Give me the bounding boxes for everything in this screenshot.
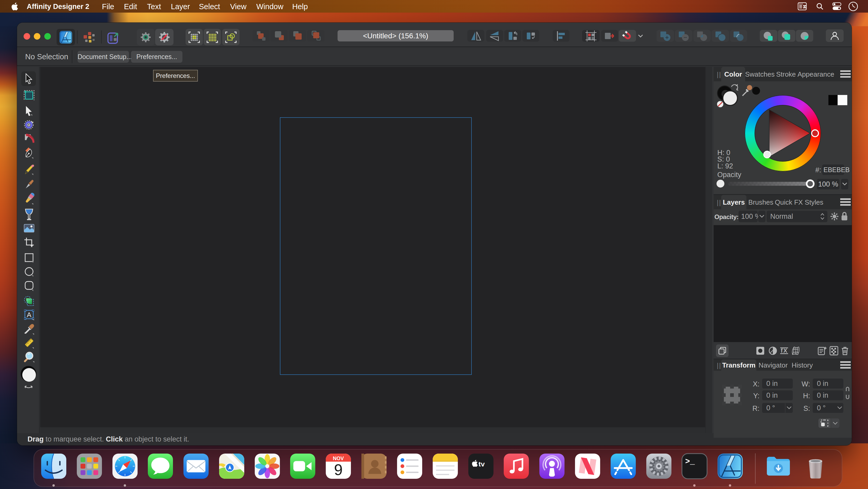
svg-text:NOV: NOV (333, 455, 344, 461)
svg-text:f: f (781, 347, 783, 354)
svg-text:X: X (783, 347, 787, 354)
svg-text:9: 9 (334, 461, 343, 479)
svg-text:A: A (27, 311, 31, 319)
svg-text:>_: >_ (685, 457, 695, 466)
svg-text:tv: tv (478, 460, 485, 468)
